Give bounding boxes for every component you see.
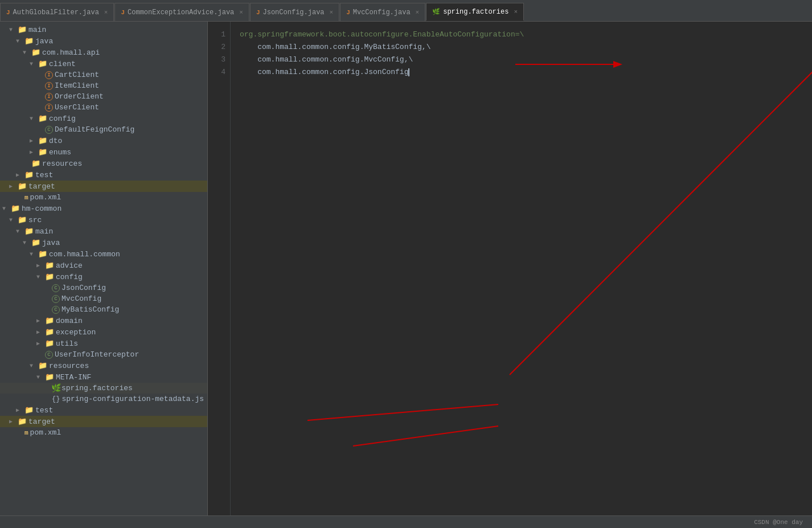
label-userinfo: UserInfoInterceptor xyxy=(55,350,139,359)
tree-item-mvcconfig[interactable]: C MvcConfig xyxy=(0,293,207,304)
folder-icon-main2: 📁 xyxy=(24,227,34,236)
tab-springfactories[interactable]: 🌿 spring.factories × xyxy=(426,3,524,21)
java-icon: J xyxy=(256,9,260,16)
label-orderclient: OrderClient xyxy=(55,92,104,101)
tree-item-client[interactable]: 📁 client xyxy=(0,58,207,69)
label-pom2: pom.xml xyxy=(30,428,61,437)
tree-item-userclient[interactable]: I UserClient xyxy=(0,102,207,113)
label-resources2: resources xyxy=(49,362,89,370)
tree-item-meta-inf[interactable]: 📁 META-INF xyxy=(0,371,207,383)
tree-item-java2[interactable]: 📁 java xyxy=(0,237,207,248)
arrow-config2 xyxy=(36,274,43,280)
interface-icon-item: I xyxy=(45,82,53,90)
label-java2: java xyxy=(42,239,60,247)
tree-item-config2[interactable]: 📁 config xyxy=(0,271,207,283)
label-resources1: resources xyxy=(42,159,82,168)
arrow-domain xyxy=(36,317,43,324)
folder-icon-test2: 📁 xyxy=(24,406,34,415)
tree-item-com-hmall-api[interactable]: 📁 com.hmall.api xyxy=(0,47,207,58)
project-tree[interactable]: 📁 main 📁 java 📁 com.hmall.api 📁 client I… xyxy=(0,22,208,515)
tab-jsonconfig[interactable]: J JsonConfig.java × xyxy=(250,3,339,21)
label-domain: domain xyxy=(56,317,83,325)
tree-item-main1[interactable]: 📁 main xyxy=(0,24,207,35)
tree-item-test2[interactable]: 📁 test xyxy=(0,404,207,416)
folder-icon-target1: 📁 xyxy=(18,182,27,191)
tab-close-exception[interactable]: × xyxy=(239,9,243,16)
xml-icon-pom1: m xyxy=(24,194,28,201)
line-numbers: 1 2 3 4 xyxy=(208,22,231,515)
tree-item-target1[interactable]: 📁 target xyxy=(0,181,207,192)
label-spring-config-meta: spring-configuration-metadata.js xyxy=(61,395,204,403)
tree-item-utils[interactable]: 📁 utils xyxy=(0,338,207,349)
tree-item-defaultfeign[interactable]: C DefaultFeignConfig xyxy=(0,124,207,135)
tree-item-exception[interactable]: 📁 exception xyxy=(0,326,207,338)
tab-close-mvc[interactable]: × xyxy=(416,9,420,16)
tab-close-json[interactable]: × xyxy=(330,9,334,16)
label-hm-common: hm-common xyxy=(22,204,61,213)
arrow-utils xyxy=(36,340,43,347)
folder-icon-client: 📁 xyxy=(38,59,47,68)
tree-item-target2[interactable]: 📁 target xyxy=(0,416,207,427)
arrow-exception xyxy=(36,329,43,335)
tree-item-advice[interactable]: 📁 advice xyxy=(0,260,207,271)
label-exception: exception xyxy=(56,328,96,337)
folder-icon-domain: 📁 xyxy=(45,316,54,325)
tree-item-mybatisconfig[interactable]: C MyBatisConfig xyxy=(0,304,207,315)
json-icon-springconfig: {} xyxy=(52,395,60,403)
tree-item-spring-factories[interactable]: 🌿 spring.factories xyxy=(0,383,207,394)
folder-icon-hm-common: 📁 xyxy=(11,204,20,213)
arrow-api xyxy=(23,50,30,56)
tab-close-auth[interactable]: × xyxy=(104,9,108,16)
arrow-java2 xyxy=(23,240,30,246)
tab-mvcconfig[interactable]: J MvcConfig.java × xyxy=(340,3,425,21)
spring-icon: 🌿 xyxy=(432,8,440,15)
tab-authglobalfilter[interactable]: J AuthGlobalFilter.java × xyxy=(0,3,114,21)
editor-area[interactable]: 1 2 3 4 org.springframework.boot.autocon… xyxy=(208,22,812,515)
arrow-test2 xyxy=(16,407,23,414)
arrow-common xyxy=(30,251,36,257)
folder-icon-main1: 📁 xyxy=(18,25,27,34)
code-text-2: com.hmall.common.config.MyBatisConfig,\ xyxy=(240,41,430,54)
tree-item-hm-common[interactable]: 📁 hm-common xyxy=(0,203,207,214)
tree-item-domain[interactable]: 📁 domain xyxy=(0,315,207,326)
tree-item-com-hmall-common[interactable]: 📁 com.hmall.common xyxy=(0,248,207,260)
tree-item-resources2[interactable]: 📁 resources xyxy=(0,360,207,371)
tree-item-main2[interactable]: 📁 main xyxy=(0,226,207,237)
tree-item-userinfointercept[interactable]: C UserInfoInterceptor xyxy=(0,349,207,360)
arrow-config1 xyxy=(30,116,36,122)
tree-item-jsonconfig[interactable]: C JsonConfig xyxy=(0,283,207,293)
code-content[interactable]: org.springframework.boot.autoconfigure.E… xyxy=(231,22,812,515)
arrow-target2 xyxy=(9,418,16,425)
tab-close-spring[interactable]: × xyxy=(514,9,518,15)
label-userclient: UserClient xyxy=(55,103,99,112)
label-client: client xyxy=(49,60,76,68)
folder-icon-resources1: 📁 xyxy=(31,159,40,168)
tree-item-spring-config-meta[interactable]: {} spring-configuration-metadata.js xyxy=(0,394,207,404)
tree-item-itemclient[interactable]: I ItemClient xyxy=(0,80,207,91)
label-itemclient: ItemClient xyxy=(55,81,99,90)
arrow-test1 xyxy=(16,171,23,178)
tree-item-java1[interactable]: 📁 java xyxy=(0,35,207,47)
folder-icon-src1: 📁 xyxy=(18,215,27,224)
tree-item-resources1[interactable]: 📁 resources xyxy=(0,158,207,169)
label-api: com.hmall.api xyxy=(42,48,100,57)
tree-item-enums[interactable]: 📁 enums xyxy=(0,146,207,158)
tree-item-pom2[interactable]: m pom.xml xyxy=(0,427,207,438)
tree-item-cartclient[interactable]: I CartClient xyxy=(0,69,207,80)
folder-icon-resources2: 📁 xyxy=(38,361,47,370)
tree-item-test1[interactable]: 📁 test xyxy=(0,169,207,181)
label-cartclient: CartClient xyxy=(55,71,99,79)
folder-icon-test1: 📁 xyxy=(24,170,34,179)
tree-item-dto[interactable]: 📁 dto xyxy=(0,135,207,146)
label-mvcconfig: MvcConfig xyxy=(61,294,101,303)
tree-item-orderclient[interactable]: I OrderClient xyxy=(0,91,207,102)
label-enums: enums xyxy=(49,148,71,157)
tree-item-config1[interactable]: 📁 config xyxy=(0,113,207,124)
label-test1: test xyxy=(35,171,53,179)
editor-content: 1 2 3 4 org.springframework.boot.autocon… xyxy=(208,22,812,515)
tab-bar: J AuthGlobalFilter.java × J CommonExcept… xyxy=(0,0,812,22)
tree-item-src1[interactable]: 📁 src xyxy=(0,214,207,226)
tab-commonexception[interactable]: J CommonExceptionAdvice.java × xyxy=(114,3,249,21)
tree-item-pom1[interactable]: m pom.xml xyxy=(0,192,207,203)
arrow-advice xyxy=(36,262,43,269)
